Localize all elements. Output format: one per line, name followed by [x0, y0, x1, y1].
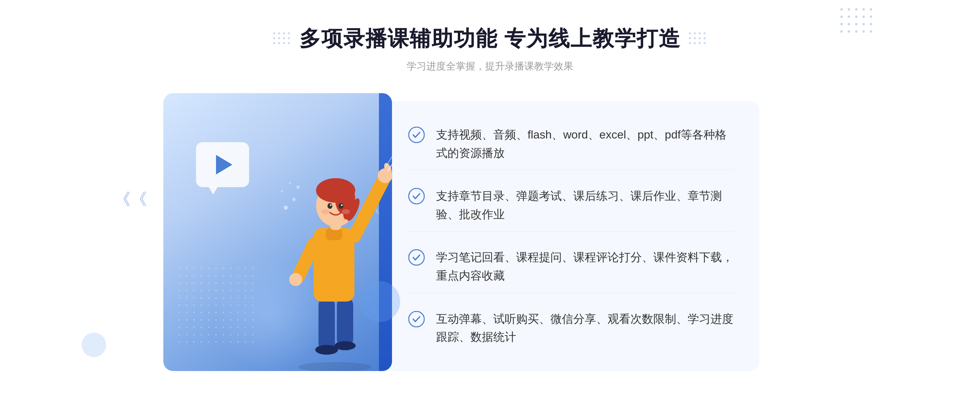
- feature-text-1: 支持视频、音频、flash、word、excel、ppt、pdf等各种格式的资源…: [436, 126, 735, 163]
- svg-point-35: [409, 311, 424, 327]
- check-icon-3: [408, 249, 425, 266]
- main-title: 多项录播课辅助功能 专为线上教学打造: [299, 25, 681, 53]
- svg-point-21: [341, 204, 343, 206]
- title-decoration-right: [689, 32, 707, 45]
- page-deco-circle: [82, 333, 106, 357]
- svg-point-18: [327, 203, 332, 209]
- svg-point-22: [321, 209, 330, 214]
- check-icon-4: [408, 311, 425, 327]
- feature-item-3: 学习笔记回看、课程提问、课程评论打分、课件资料下载，重点内容收藏: [408, 241, 735, 293]
- feature-text-4: 互动弹幕、试听购买、微信分享、观看次数限制、学习进度跟踪、数据统计: [436, 310, 735, 347]
- svg-point-20: [330, 204, 332, 206]
- svg-point-24: [284, 206, 288, 210]
- svg-point-28: [289, 182, 291, 184]
- header-section: 多项录播课辅助功能 专为线上教学打造 学习进度全掌握，提升录播课教学效果: [273, 25, 707, 73]
- svg-line-30: [392, 167, 402, 175]
- dots-top-right-decoration: [840, 8, 874, 34]
- feature-text-3: 学习笔记回看、课程提问、课程评论打分、课件资料下载，重点内容收藏: [436, 248, 735, 285]
- svg-point-23: [342, 209, 350, 214]
- feature-item-4: 互动弹幕、试听购买、微信分享、观看次数限制、学习进度跟踪、数据统计: [408, 303, 735, 354]
- features-panel: 支持视频、音频、flash、word、excel、ppt、pdf等各种格式的资源…: [384, 101, 760, 371]
- sub-title: 学习进度全掌握，提升录播课教学效果: [407, 60, 573, 73]
- svg-point-25: [292, 198, 296, 201]
- svg-point-4: [334, 341, 356, 350]
- content-area: 支持视频、音频、flash、word、excel、ppt、pdf等各种格式的资源…: [163, 93, 817, 371]
- title-row: 多项录播课辅助功能 专为线上教学打造: [273, 25, 707, 53]
- feature-text-2: 支持章节目录、弹题考试、课后练习、课后作业、章节测验、批改作业: [436, 187, 735, 224]
- page-wrapper: 多项录播课辅助功能 专为线上教学打造 学习进度全掌握，提升录播课教学效果: [0, 0, 980, 398]
- check-icon-1: [408, 127, 425, 143]
- feature-item-1: 支持视频、音频、flash、word、excel、ppt、pdf等各种格式的资源…: [408, 119, 735, 170]
- svg-rect-2: [337, 297, 353, 347]
- svg-point-27: [296, 186, 300, 189]
- illustration-panel: [163, 93, 392, 371]
- title-decoration-left: [273, 32, 291, 45]
- play-triangle-icon: [216, 155, 232, 174]
- svg-point-0: [298, 362, 372, 371]
- deco-circle-1: [359, 281, 400, 322]
- check-icon-2: [408, 188, 425, 204]
- svg-line-7: [354, 179, 384, 236]
- svg-point-19: [339, 203, 343, 209]
- svg-point-34: [409, 250, 424, 265]
- figure-container: [265, 126, 404, 371]
- svg-line-10: [298, 244, 314, 277]
- svg-line-29: [388, 159, 396, 171]
- left-chevrons-decoration: 《《: [114, 188, 147, 210]
- svg-point-26: [281, 190, 283, 192]
- svg-point-33: [409, 188, 424, 204]
- feature-item-2: 支持章节目录、弹题考试、课后练习、课后作业、章节测验、批改作业: [408, 180, 735, 232]
- svg-point-11: [289, 273, 302, 286]
- play-bubble: [196, 142, 249, 187]
- svg-point-32: [409, 127, 424, 143]
- svg-rect-1: [318, 297, 335, 351]
- figure-illustration: [265, 126, 404, 371]
